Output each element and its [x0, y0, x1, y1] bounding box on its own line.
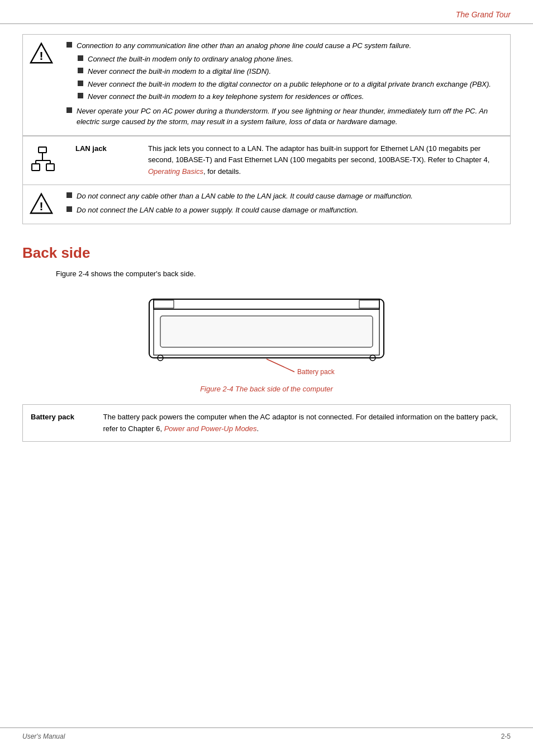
footer-manual-label: User's Manual [22, 733, 65, 740]
sub-bullet-item-3: Never connect the built-in modem to the … [78, 79, 503, 90]
svg-rect-3 [32, 164, 40, 171]
svg-text:Battery pack: Battery pack [297, 368, 335, 376]
battery-pack-name: Battery pack [23, 404, 96, 442]
svg-rect-12 [154, 299, 379, 309]
figure-area: Battery pack Figure 2-4 The back side of… [127, 289, 406, 393]
footer-page-number: 2-5 [501, 733, 511, 740]
figure-caption: Figure 2-4 The back side of the computer [127, 385, 406, 393]
laptop-back-diagram: Battery pack [144, 289, 389, 379]
power-modes-link[interactable]: Power and Power-Up Modes [164, 424, 257, 433]
lan-jack-desc: This jack lets you connect to a LAN. The… [140, 136, 511, 185]
bullet-square [78, 81, 83, 86]
second-bullet-list: Never operate your PC on AC power during… [66, 106, 503, 127]
main-content: ! Connection to any communication line o… [0, 34, 533, 442]
svg-rect-2 [39, 147, 46, 153]
battery-pack-desc: The battery pack powers the computer whe… [96, 404, 511, 442]
warning-content-1: Connection to any communication line oth… [60, 35, 511, 136]
sub-bullet-item-2: Never connect the built-in modem to a di… [78, 66, 503, 77]
warning-table-2: ! Do not connect any cable other than a … [22, 185, 511, 224]
svg-rect-16 [160, 316, 373, 347]
sub-bullet-item-4: Never connect the built-in modem to a ke… [78, 91, 503, 102]
bullet-square [66, 107, 72, 113]
warning-2-bullet-1: Do not connect any cable other than a LA… [66, 191, 503, 202]
sub-bullet-item-1: Connect the built-in modem only to ordin… [78, 54, 503, 65]
svg-line-19 [266, 359, 294, 372]
bullet-square [78, 93, 83, 98]
bullet-square [66, 42, 72, 48]
back-side-heading: Back side [22, 244, 511, 262]
svg-rect-14 [359, 300, 379, 308]
warning-2-bullet-list: Do not connect any cable other than a LA… [66, 191, 503, 216]
warning-icon-2: ! [30, 192, 53, 215]
page-footer: User's Manual 2-5 [0, 727, 533, 740]
lan-icon-cell [23, 136, 68, 185]
operating-basics-link[interactable]: Operating Basics [148, 167, 203, 176]
svg-text:!: ! [40, 200, 44, 212]
battery-pack-table: Battery pack The battery pack powers the… [22, 404, 511, 442]
page-header: The Grand Tour [0, 0, 533, 24]
warning-2-bullet-2: Do not connect the LAN cable to a power … [66, 205, 503, 216]
main-bullet-list: Connection to any communication line oth… [66, 40, 503, 51]
lan-jack-name: LAN jack [68, 136, 140, 185]
lan-icon [31, 146, 60, 173]
warning-icon-cell-2: ! [23, 185, 60, 224]
lan-jack-table: LAN jack This jack lets you connect to a… [22, 136, 511, 185]
bullet-square [66, 206, 72, 212]
warning-content-2: Do not connect any cable other than a LA… [60, 185, 511, 224]
warning-icon-cell-1: ! [23, 35, 60, 136]
back-side-intro: Figure 2-4 shows the computer's back sid… [22, 270, 511, 278]
warning-table-1: ! Connection to any communication line o… [22, 34, 511, 136]
sub-bullet-list: Connect the built-in modem only to ordin… [66, 54, 503, 102]
bullet-square [66, 192, 72, 198]
bullet-square [78, 55, 83, 61]
page: The Grand Tour ! Connectio [0, 0, 533, 756]
bullet-square [78, 68, 83, 73]
svg-text:!: ! [40, 49, 44, 62]
header-title: The Grand Tour [456, 10, 511, 19]
main-bullet-item: Connection to any communication line oth… [66, 40, 503, 51]
second-bullet-item: Never operate your PC on AC power during… [66, 106, 503, 127]
warning-icon-1: ! [30, 41, 53, 65]
svg-rect-13 [154, 300, 174, 308]
svg-rect-4 [46, 164, 54, 171]
